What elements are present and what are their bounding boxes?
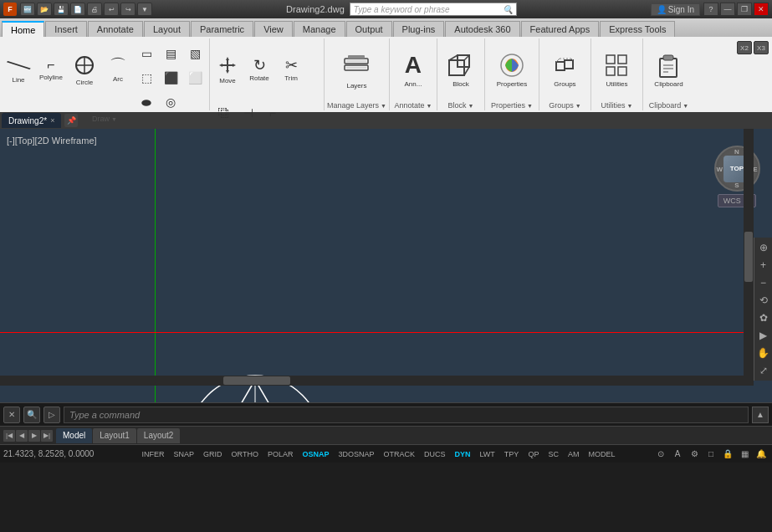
- gradient-tool[interactable]: ▧: [183, 42, 207, 65]
- status-grid[interactable]: GRID: [199, 448, 227, 461]
- tab-expresstools[interactable]: Express Tools: [600, 21, 675, 37]
- status-ducs[interactable]: DUCS: [420, 448, 450, 461]
- status-sc[interactable]: SC: [544, 448, 563, 461]
- open-btn[interactable]: 📂: [37, 3, 52, 16]
- revision-tool[interactable]: ⬬: [135, 90, 158, 114]
- ribbon-x2-btn[interactable]: X2: [737, 41, 752, 54]
- mirror-tool[interactable]: ⊣: [237, 101, 260, 125]
- tab-view[interactable]: View: [254, 21, 293, 37]
- pan-tool[interactable]: ⊕: [755, 239, 772, 256]
- save-as-btn[interactable]: 📄: [70, 3, 85, 16]
- sign-in-button[interactable]: 👤 Sign In: [651, 3, 700, 16]
- help-btn[interactable]: ?: [703, 3, 718, 16]
- scrollbar-thumb-horizontal[interactable]: [223, 376, 290, 385]
- properties-group-footer[interactable]: Properties ▼: [488, 100, 536, 110]
- rotate-tool[interactable]: ↻ Rotate: [244, 40, 274, 99]
- hatch-tool[interactable]: ▤: [159, 42, 182, 65]
- clipboard-tool[interactable]: Clipboard: [646, 40, 692, 99]
- app-icon[interactable]: F: [3, 3, 17, 16]
- layout-tab-layout2[interactable]: Layout2: [137, 428, 181, 443]
- minimize-btn[interactable]: —: [720, 3, 735, 16]
- tab-plugins[interactable]: Plug-ins: [393, 21, 445, 37]
- tab-manage[interactable]: Manage: [294, 21, 345, 37]
- block-tool[interactable]: Block: [440, 40, 482, 99]
- undo-btn[interactable]: ↩: [104, 3, 119, 16]
- layers-tool[interactable]: Layers: [331, 40, 381, 99]
- tab-parametric[interactable]: Parametric: [191, 21, 253, 37]
- line-tool[interactable]: ╲ Line: [3, 40, 34, 99]
- doc-tab-pin-btn[interactable]: 📌: [64, 114, 78, 127]
- steering-tool[interactable]: ✿: [755, 309, 772, 326]
- ribbon-x3-btn[interactable]: X3: [754, 41, 769, 54]
- boundary-tool[interactable]: ⬚: [135, 66, 158, 90]
- search-box[interactable]: Type a keyword or phrase 🔍: [350, 3, 517, 16]
- arc-tool[interactable]: ⌒ Arc: [102, 40, 134, 99]
- tab-output[interactable]: Output: [346, 21, 392, 37]
- tab-insert[interactable]: Insert: [45, 21, 87, 37]
- nav-cube[interactable]: N S E W TOP WCS ▼: [712, 146, 762, 207]
- polyline-tool[interactable]: ⌐ Polyline: [35, 40, 67, 99]
- layout-tab-layout1[interactable]: Layout1: [93, 428, 136, 443]
- status-tpy[interactable]: TPY: [500, 448, 524, 461]
- new-btn[interactable]: 🆕: [20, 3, 35, 16]
- status-infer[interactable]: INFER: [138, 448, 169, 461]
- status-lock-icon[interactable]: 🔒: [720, 448, 735, 461]
- cmd-close-btn[interactable]: ✕: [3, 407, 20, 423]
- status-polar[interactable]: POLAR: [263, 448, 298, 461]
- redo-btn[interactable]: ↪: [120, 3, 135, 16]
- doc-tab-drawing2[interactable]: Drawing2* ×: [2, 113, 61, 128]
- status-dyn[interactable]: DYN: [451, 448, 475, 461]
- save-btn[interactable]: 💾: [54, 3, 69, 16]
- rectangle-tool[interactable]: ▭: [135, 42, 158, 65]
- layout-nav-next[interactable]: ▶: [28, 430, 40, 442]
- scrollbar-thumb-vertical[interactable]: [744, 232, 753, 282]
- orbit-tool[interactable]: ⟲: [755, 292, 772, 309]
- zoom-in-tool[interactable]: +: [755, 257, 772, 274]
- zoom-extent-tool[interactable]: ⤢: [755, 362, 772, 379]
- hand-tool[interactable]: ✋: [755, 345, 772, 361]
- region-tool[interactable]: ⬛: [159, 66, 182, 90]
- layout-nav-last[interactable]: ▶|: [41, 430, 53, 442]
- more-btn[interactable]: ▼: [137, 3, 152, 16]
- tab-annotate[interactable]: Annotate: [88, 21, 143, 37]
- scrollbar-vertical[interactable]: [744, 129, 754, 386]
- status-units-icon[interactable]: □: [703, 448, 718, 461]
- command-input[interactable]: Type a command: [64, 407, 749, 423]
- restore-btn[interactable]: ❐: [737, 3, 752, 16]
- annotate-tool[interactable]: A Ann...: [392, 40, 434, 99]
- groups-group-footer[interactable]: Groups ▼: [542, 100, 588, 110]
- status-am[interactable]: AM: [564, 448, 584, 461]
- utilities-group-footer[interactable]: Utilities ▼: [594, 100, 640, 110]
- showmotion-tool[interactable]: ▶: [755, 327, 772, 344]
- status-workspace-icon[interactable]: ⚙: [687, 448, 702, 461]
- status-snap[interactable]: SNAP: [170, 448, 199, 461]
- utilities-tool[interactable]: Utilities: [594, 40, 640, 99]
- doc-tab-close-btn[interactable]: ×: [50, 116, 54, 125]
- tab-home[interactable]: Home: [2, 21, 44, 37]
- status-ortho[interactable]: ORTHO: [228, 448, 263, 461]
- circle-tool[interactable]: Circle: [68, 40, 101, 99]
- fillet-tool[interactable]: ⌐: [261, 101, 284, 125]
- layout-nav-prev[interactable]: ◀: [16, 430, 28, 442]
- annotate-group-footer[interactable]: Annotate ▼: [392, 100, 434, 110]
- status-isolate-icon[interactable]: ⊙: [653, 448, 668, 461]
- layers-group-footer[interactable]: Manage Layers ▼: [327, 100, 386, 110]
- status-otrack[interactable]: OTRACK: [379, 448, 419, 461]
- status-model[interactable]: MODEL: [584, 448, 619, 461]
- status-osnap[interactable]: OSNAP: [298, 448, 333, 461]
- layout-tab-model[interactable]: Model: [56, 428, 92, 443]
- cmd-search-btn[interactable]: 🔍: [23, 407, 40, 423]
- wipeout-tool[interactable]: ⬜: [183, 66, 207, 90]
- status-lwt[interactable]: LWT: [476, 448, 499, 461]
- copy-tool[interactable]: ⿻: [212, 101, 236, 125]
- status-3dosnap[interactable]: 3DOSNAP: [334, 448, 378, 461]
- block-group-footer[interactable]: Block ▼: [440, 100, 482, 110]
- tab-featuredapps[interactable]: Featured Apps: [521, 21, 600, 37]
- scrollbar-horizontal[interactable]: [0, 376, 744, 386]
- donut-tool[interactable]: ◎: [159, 90, 182, 114]
- cmd-arrow-btn[interactable]: ▷: [43, 407, 60, 423]
- layout-nav-first[interactable]: |◀: [3, 430, 15, 442]
- clipboard-group-footer[interactable]: Clipboard ▼: [646, 100, 692, 110]
- trim-tool[interactable]: ✂ Trim: [276, 40, 306, 99]
- status-notifications-icon[interactable]: 🔔: [754, 448, 769, 461]
